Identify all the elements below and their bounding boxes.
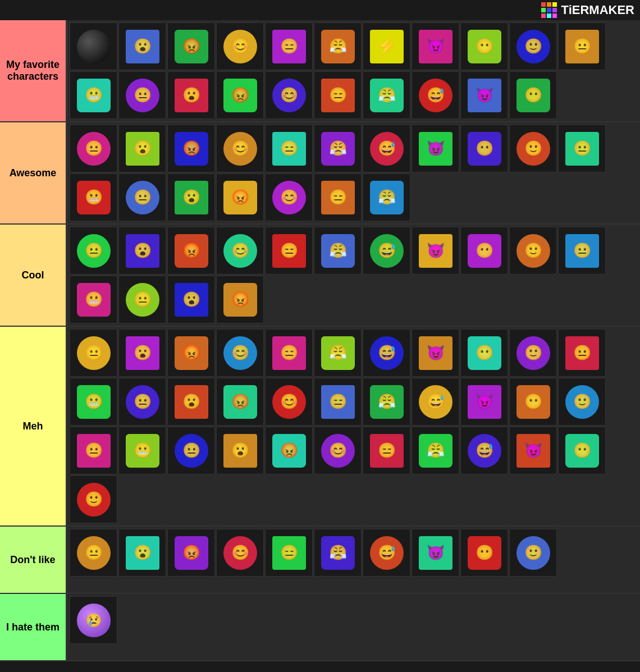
char-cell[interactable]: 😐	[118, 276, 166, 323]
char-cell[interactable]: 😢	[70, 596, 117, 644]
char-cell[interactable]: 😐	[167, 427, 215, 474]
char-cell[interactable]: 😤	[314, 529, 362, 577]
char-cell[interactable]: 😡	[216, 276, 264, 323]
char-cell[interactable]: 😮	[167, 173, 215, 221]
char-cell[interactable]: 😶	[558, 427, 606, 474]
char-cell[interactable]: 😤	[314, 22, 362, 70]
char-cell[interactable]: 😐	[118, 173, 166, 221]
char-cell[interactable]: 😤	[314, 227, 362, 275]
char-cell[interactable]: 😑	[363, 427, 410, 474]
char-cell[interactable]: 😬	[70, 276, 117, 323]
char-cell[interactable]: 😅	[363, 227, 410, 275]
char-cell[interactable]: 😡	[167, 227, 215, 275]
char-cell[interactable]	[70, 22, 117, 70]
char-cell[interactable]: 😤	[363, 378, 410, 426]
char-cell[interactable]: 😐	[558, 125, 606, 172]
char-cell[interactable]: 😡	[167, 529, 215, 577]
char-cell[interactable]: 😊	[265, 378, 313, 426]
char-cell[interactable]: 😤	[363, 173, 410, 221]
char-cell[interactable]: 😡	[216, 173, 264, 221]
char-cell[interactable]: 😅	[460, 427, 508, 474]
char-cell[interactable]: 😐	[558, 329, 606, 377]
char-cell[interactable]: 😐	[558, 227, 606, 275]
char-cell[interactable]: 🙂	[558, 378, 606, 426]
char-cell[interactable]: 😐	[70, 227, 117, 275]
char-cell[interactable]: 😶	[460, 22, 508, 70]
char-cell[interactable]: 😶	[509, 71, 557, 119]
char-cell[interactable]: 😐	[118, 378, 166, 426]
char-cell[interactable]: 😊	[216, 227, 264, 275]
char-cell[interactable]: 😑	[265, 227, 313, 275]
char-cell[interactable]: 😐	[70, 427, 117, 474]
char-cell[interactable]: 😮	[167, 378, 215, 426]
char-cell[interactable]: 😮	[118, 22, 166, 70]
char-cell[interactable]: 😐	[70, 329, 117, 377]
char-cell[interactable]: 😬	[70, 378, 117, 426]
char-cell[interactable]: 😮	[216, 427, 264, 474]
char-cell[interactable]: 😶	[509, 378, 557, 426]
char-cell[interactable]: 🙂	[509, 22, 557, 70]
char-cell[interactable]: 😐	[70, 125, 117, 172]
char-cell[interactable]: 😬	[70, 71, 117, 119]
char-cell[interactable]: 😈	[460, 71, 508, 119]
char-cell[interactable]: 😮	[118, 227, 166, 275]
char-cell[interactable]: 😈	[412, 329, 459, 377]
char-cell[interactable]: 😅	[363, 329, 410, 377]
char-cell[interactable]: 😡	[216, 71, 264, 119]
char-cell[interactable]: 🙂	[509, 125, 557, 172]
char-cell[interactable]: 😊	[216, 529, 264, 577]
char-cell[interactable]: 😤	[314, 329, 362, 377]
char-cell[interactable]: 😈	[460, 378, 508, 426]
char-cell[interactable]: 😅	[412, 71, 459, 119]
char-cell[interactable]: 🙂	[70, 476, 117, 523]
char-cell[interactable]: 😈	[412, 529, 459, 577]
char-cell[interactable]: 😬	[70, 173, 117, 221]
char-cell[interactable]: 😐	[558, 22, 606, 70]
char-cell[interactable]: 😐	[70, 529, 117, 577]
char-cell[interactable]: 😑	[314, 71, 362, 119]
char-cell[interactable]: 😑	[265, 529, 313, 577]
char-cell[interactable]: 😅	[363, 125, 410, 172]
char-cell[interactable]: 😑	[265, 125, 313, 172]
char-cell[interactable]: 🙂	[509, 227, 557, 275]
char-cell[interactable]: ⚡	[363, 22, 410, 70]
char-cell[interactable]: 😑	[314, 173, 362, 221]
char-cell[interactable]: 😶	[460, 125, 508, 172]
char-cell[interactable]: 😮	[167, 276, 215, 323]
char-cell[interactable]: 😮	[118, 329, 166, 377]
tier-content-awesome: 😐😮😡😊😑😤😅😈😶🙂😐😬😐😮😡😊😑😤	[67, 122, 640, 223]
char-cell[interactable]: 😶	[460, 227, 508, 275]
char-cell[interactable]: 😡	[167, 125, 215, 172]
char-cell[interactable]: 😮	[167, 71, 215, 119]
char-cell[interactable]: 😈	[412, 227, 459, 275]
char-cell[interactable]: 😡	[167, 22, 215, 70]
char-cell[interactable]: 😡	[167, 329, 215, 377]
char-cell[interactable]: 😅	[412, 378, 459, 426]
char-cell[interactable]: 😈	[412, 125, 459, 172]
char-cell[interactable]: 😈	[509, 427, 557, 474]
char-cell[interactable]: 😶	[460, 329, 508, 377]
char-cell[interactable]: 😈	[412, 22, 459, 70]
char-cell[interactable]: 😊	[265, 173, 313, 221]
char-cell[interactable]: 😅	[363, 529, 410, 577]
char-cell[interactable]: 😊	[216, 329, 264, 377]
char-cell[interactable]: 😤	[314, 125, 362, 172]
char-cell[interactable]: 😡	[265, 427, 313, 474]
char-cell[interactable]: 😑	[265, 329, 313, 377]
char-cell[interactable]: 😊	[314, 427, 362, 474]
char-cell[interactable]: 😡	[216, 378, 264, 426]
char-cell[interactable]: 😊	[216, 22, 264, 70]
char-cell[interactable]: 😊	[216, 125, 264, 172]
char-cell[interactable]: 😤	[412, 427, 459, 474]
char-cell[interactable]: 😮	[118, 529, 166, 577]
char-cell[interactable]: 😬	[118, 427, 166, 474]
char-cell[interactable]: 🙂	[509, 329, 557, 377]
char-cell[interactable]: 😶	[460, 529, 508, 577]
char-cell[interactable]: 😑	[314, 378, 362, 426]
char-cell[interactable]: 😮	[118, 125, 166, 172]
char-cell[interactable]: 😤	[363, 71, 410, 119]
char-cell[interactable]: 😑	[265, 22, 313, 70]
char-cell[interactable]: 😐	[118, 71, 166, 119]
char-cell[interactable]: 🙂	[509, 529, 557, 577]
char-cell[interactable]: 😊	[265, 71, 313, 119]
